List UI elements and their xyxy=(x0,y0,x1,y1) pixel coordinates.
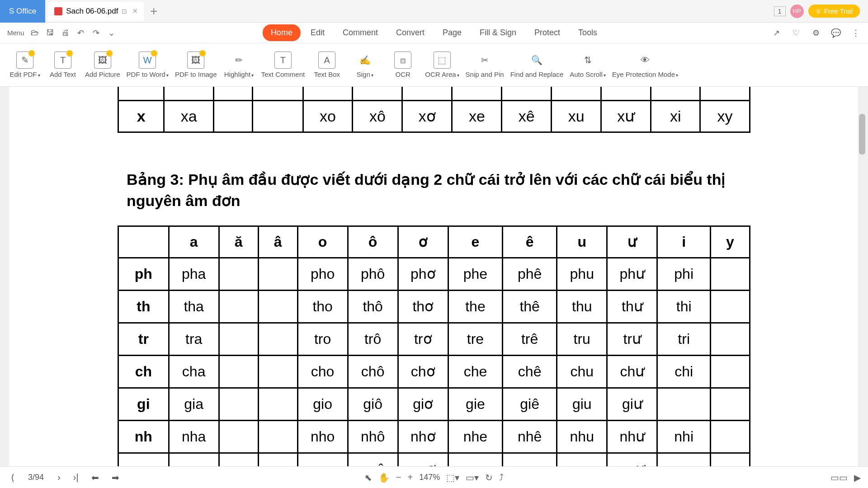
tab-comment[interactable]: Comment xyxy=(335,24,386,41)
text-box-button[interactable]: AText Box xyxy=(311,52,343,78)
edit-pdf-label: Edit PDF xyxy=(9,70,37,78)
first-page-button[interactable]: ⟨ xyxy=(7,470,18,485)
add-text-button[interactable]: TAdd Text xyxy=(47,52,79,78)
chevron-down-icon: ▾ xyxy=(457,73,459,78)
add-text-label: Add Text xyxy=(50,70,76,78)
zoom-in-button[interactable]: + xyxy=(407,472,413,483)
sign-label: Sign xyxy=(357,70,370,78)
rotate-button[interactable]: ↻ xyxy=(485,472,493,483)
feedback-icon[interactable]: 💬 xyxy=(828,25,844,41)
chevron-down-icon: ▾ xyxy=(38,73,40,78)
next-page-button[interactable]: › xyxy=(54,470,64,484)
tab-page[interactable]: Page xyxy=(434,24,470,41)
snip-pin-label: Snip and Pin xyxy=(466,70,504,78)
document-area[interactable]: xxaxoxôxơxexêxuxưxixy Bảng 3: Phụ âm đầu… xyxy=(0,87,868,466)
highlight-label: Highlight xyxy=(224,70,250,78)
select-tool-button[interactable]: ⬉ xyxy=(364,472,372,483)
pdf-to-image-button[interactable]: 🖼PDF to Image xyxy=(175,52,217,78)
close-icon[interactable]: × xyxy=(132,6,137,16)
ocr-button[interactable]: ⧈OCR xyxy=(387,52,419,78)
ocr-area-button[interactable]: ⬚OCR Area▾ xyxy=(425,52,459,78)
settings-icon[interactable]: ⚙ xyxy=(808,25,824,41)
scrollbar[interactable] xyxy=(858,87,866,466)
app-tab[interactable]: S Office xyxy=(0,0,45,23)
free-trial-label: Free Trial xyxy=(824,7,853,15)
zoom-out-button[interactable]: − xyxy=(396,472,401,483)
open-icon[interactable]: 🗁 xyxy=(27,25,42,41)
text-box-label: Text Box xyxy=(314,70,340,78)
pdf-page: xxaxoxôxơxexêxuxưxixy Bảng 3: Phụ âm đầu… xyxy=(9,87,859,466)
pdf-to-image-label: PDF to Image xyxy=(175,70,217,78)
ocr-area-label: OCR Area xyxy=(425,70,456,78)
eye-protection-label: Eye Protection Mode xyxy=(612,70,675,78)
text-comment-label: Text Comment xyxy=(261,70,305,78)
redo-icon[interactable]: ↷ xyxy=(89,25,104,41)
last-page-button[interactable]: ›| xyxy=(70,470,82,484)
eye-protection-button[interactable]: 👁Eye Protection Mode▾ xyxy=(612,52,678,78)
chevron-down-icon: ▾ xyxy=(371,73,373,78)
chevron-down-icon: ▾ xyxy=(604,73,606,78)
tab-fillsign[interactable]: Fill & Sign xyxy=(472,24,524,41)
free-trial-button[interactable]: ♕Free Trial xyxy=(808,5,860,18)
text-comment-button[interactable]: TText Comment xyxy=(261,52,305,78)
reading-mode-button[interactable]: ▭▭ xyxy=(830,472,848,483)
tab-home[interactable]: Home xyxy=(263,24,301,41)
highlight-button[interactable]: ✏Highlight▾ xyxy=(223,52,255,78)
avatar[interactable]: HP xyxy=(790,5,804,18)
document-title: Sach 06-06.pdf xyxy=(66,7,118,16)
snip-pin-button[interactable]: ✂Snip and Pin xyxy=(466,52,504,78)
pdf-to-word-label: PDF to Word xyxy=(127,70,165,78)
favorite-icon[interactable]: ♡ xyxy=(788,25,804,41)
upload-button[interactable]: ⤴ xyxy=(499,472,504,483)
add-picture-label: Add Picture xyxy=(85,70,120,78)
ocr-label: OCR xyxy=(396,70,410,78)
table-1: xxaxoxôxơxexêxuxưxixy xyxy=(118,87,750,133)
tab-tools[interactable]: Tools xyxy=(570,24,605,41)
chevron-down-icon: ▾ xyxy=(251,73,254,78)
new-tab-button[interactable]: + xyxy=(150,4,157,19)
layout-button[interactable]: ▭▾ xyxy=(466,472,479,483)
menu-tabs: Home Edit Comment Convert Page Fill & Si… xyxy=(263,24,605,41)
tab-convert[interactable]: Convert xyxy=(388,24,433,41)
table-2: aăâoôơeêuưiyphphaphophôphơphephêphuphưph… xyxy=(118,225,750,466)
auto-scroll-button[interactable]: ⇅Auto Scroll▾ xyxy=(570,52,606,78)
auto-scroll-label: Auto Scroll xyxy=(570,70,603,78)
find-replace-button[interactable]: 🔍Find and Replace xyxy=(510,52,564,78)
table-heading: Bảng 3: Phụ âm đầu được viết dưới dạng 2… xyxy=(127,169,750,212)
pin-icon[interactable]: ⊡ xyxy=(122,8,127,15)
tab-protect[interactable]: Protect xyxy=(526,24,568,41)
more-icon[interactable]: ⋮ xyxy=(848,25,863,41)
status-bar: ⟨ 3/94 › ›| ⬅ ➡ ⬉ ✋ − + 147% ⬚▾ ▭▾ ↻ ⤴ ▭… xyxy=(0,466,868,488)
scrollbar-thumb[interactable] xyxy=(859,114,865,155)
chevron-down-icon: ▾ xyxy=(166,73,169,78)
document-tab[interactable]: Sach 06-06.pdf ⊡ × xyxy=(48,2,144,21)
zoom-value[interactable]: 147% xyxy=(419,473,440,482)
add-picture-button[interactable]: 🖼Add Picture xyxy=(85,52,120,78)
pdf-icon xyxy=(54,7,62,15)
prev-view-button[interactable]: ⬅ xyxy=(88,470,103,485)
tab-edit[interactable]: Edit xyxy=(302,24,333,41)
menu-button[interactable]: Menu xyxy=(5,25,27,41)
title-bar: S Office Sach 06-06.pdf ⊡ × + 1 HP ♕Free… xyxy=(0,0,868,23)
play-button[interactable]: ▶ xyxy=(854,472,861,483)
ribbon: ✎Edit PDF▾ TAdd Text 🖼Add Picture WPDF t… xyxy=(0,43,868,87)
page-indicator[interactable]: 3/94 xyxy=(28,473,44,482)
hand-tool-button[interactable]: ✋ xyxy=(378,472,390,483)
app-name: S Office xyxy=(9,7,36,16)
chevron-down-icon: ▾ xyxy=(676,73,678,78)
page-badge[interactable]: 1 xyxy=(774,6,786,16)
crown-icon: ♕ xyxy=(816,8,821,15)
customize-icon[interactable]: ⌄ xyxy=(104,25,119,41)
share-icon[interactable]: ↗ xyxy=(769,25,784,41)
next-view-button[interactable]: ➡ xyxy=(108,470,123,485)
save-icon[interactable]: 🖫 xyxy=(42,25,58,41)
undo-icon[interactable]: ↶ xyxy=(73,25,89,41)
edit-pdf-button[interactable]: ✎Edit PDF▾ xyxy=(9,52,41,78)
quick-toolbar: Menu 🗁 🖫 🖨 ↶ ↷ ⌄ Home Edit Comment Conve… xyxy=(0,23,868,43)
sign-button[interactable]: ✍Sign▾ xyxy=(349,52,381,78)
print-icon[interactable]: 🖨 xyxy=(58,25,73,41)
find-replace-label: Find and Replace xyxy=(510,70,564,78)
pdf-to-word-button[interactable]: WPDF to Word▾ xyxy=(127,52,169,78)
fit-page-button[interactable]: ⬚▾ xyxy=(446,472,459,483)
